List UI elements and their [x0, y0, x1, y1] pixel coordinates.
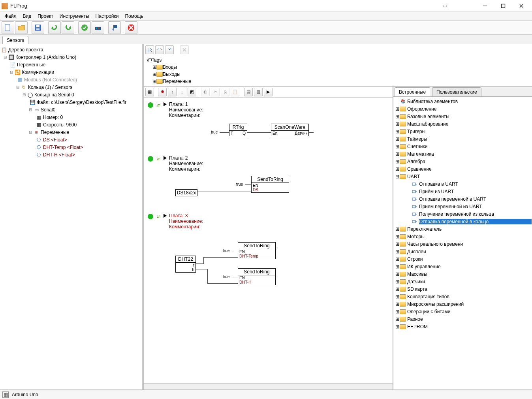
tree-toggle[interactable]: ⊞	[395, 136, 399, 142]
canvas-hscroll[interactable]	[144, 383, 393, 390]
tree-ring[interactable]: Кольцо на Serial 0	[34, 92, 74, 98]
tree-toggle[interactable]: ⊟	[395, 174, 399, 179]
tree-toggle[interactable]: ⊞	[152, 72, 156, 77]
tree-comm[interactable]: Коммуникации	[22, 70, 54, 75]
tree-var-dht-temp[interactable]: DHT-Temp <Float>	[43, 145, 83, 150]
tree-toggle[interactable]: ⊟	[28, 107, 33, 112]
tree-toggle[interactable]: ⊞	[395, 151, 399, 157]
tree-toggle[interactable]: ⊞	[395, 294, 399, 299]
tree-toggle[interactable]: ⊞	[395, 166, 399, 172]
canvas-cut-button[interactable]: ✂	[211, 88, 220, 96]
tags-inputs[interactable]: Входы	[163, 64, 177, 70]
lib-root[interactable]: 📚Библиотека элементов	[394, 98, 532, 105]
lib-category[interactable]: ⊞Микросхемы расширений	[394, 300, 532, 308]
compile-button[interactable]	[92, 21, 104, 34]
sendtoring-block[interactable]: SendToRing ENDHT-Temp	[238, 242, 276, 259]
tree-toggle[interactable]: ⊞	[395, 301, 399, 307]
lib-item[interactable]: Получение переменной из кольца	[394, 210, 532, 218]
lib-category[interactable]: ⊞Моторы	[394, 233, 532, 240]
tree-toggle[interactable]: ⊞	[395, 226, 399, 232]
lib-category[interactable]: ⊞Масштабирование	[394, 120, 532, 128]
stop-button[interactable]	[125, 21, 137, 34]
tree-toggle[interactable]: ⊞	[395, 129, 399, 134]
menu-help[interactable]: Помощь	[122, 13, 146, 20]
lib-category[interactable]: ⊞Сравнение	[394, 165, 532, 173]
maximize-button[interactable]	[494, 0, 512, 12]
dht22-block[interactable]: DHT22 th	[175, 256, 196, 273]
menu-project[interactable]: Проект	[34, 13, 56, 20]
tree-toggle[interactable]: ⊟	[21, 92, 27, 97]
tree-toggle[interactable]: ⊟	[2, 55, 8, 59]
tree-toggle[interactable]: ⊞	[395, 309, 399, 314]
tree-toggle[interactable]: ⊞	[395, 271, 399, 277]
tree-vars[interactable]: Переменные	[17, 62, 45, 68]
lib-category[interactable]: ⊞Часы реального времени	[394, 240, 532, 248]
tags-btn-1[interactable]	[145, 45, 154, 54]
lib-category[interactable]: ⊞EEPROM	[394, 323, 532, 330]
canvas-down-button[interactable]: ↓	[178, 88, 186, 96]
tree-toggle[interactable]: ⊞	[395, 324, 399, 329]
lib-category[interactable]: ⊞Датчики	[394, 278, 532, 285]
lib-category[interactable]: ⊞Алгебра	[394, 158, 532, 165]
ds18x2x-block[interactable]: DS18x2x	[175, 189, 197, 196]
tree-toggle[interactable]: ⊞	[152, 79, 156, 84]
tree-toggle[interactable]: ⊞	[395, 316, 399, 322]
canvas-btn-2[interactable]: ✸	[158, 88, 167, 96]
canvas-paste-button[interactable]: 📋	[231, 88, 239, 96]
sendtoring-block[interactable]: SendToRing ENDHT-H	[238, 268, 276, 285]
tree-toggle[interactable]: ⊞	[395, 256, 399, 262]
upload-button[interactable]	[108, 21, 121, 34]
canvas-copy-button[interactable]: ⎘	[221, 88, 229, 96]
tree-toggle[interactable]: ⊞	[395, 234, 399, 239]
lib-category[interactable]: ⊞Разное	[394, 315, 532, 323]
save-button[interactable]	[32, 21, 44, 34]
tab-sensors[interactable]: Sensors	[2, 36, 28, 44]
tags-root[interactable]: Tags	[152, 57, 162, 63]
tags-btn-2[interactable]	[155, 45, 164, 54]
tree-speed[interactable]: Скорость: 9600	[43, 122, 77, 128]
tree-file[interactable]: Файл: c:\Users\Sergey\Desktop\TestFile.f…	[37, 100, 126, 105]
lib-category[interactable]: ⊞Переключатель	[394, 225, 532, 233]
tree-toggle[interactable]: ⊞	[152, 64, 156, 70]
lib-category[interactable]: ⊞Тригеры	[394, 128, 532, 135]
tree-var-ds[interactable]: DS <Float>	[43, 137, 67, 143]
tree-toggle[interactable]: ⊟	[15, 85, 21, 89]
lib-item[interactable]: Приём из UART	[394, 188, 532, 195]
tree-toggle[interactable]: ⊞	[395, 264, 399, 269]
tree-toggle[interactable]: ⊟	[9, 70, 14, 74]
menu-settings[interactable]: Настройки	[92, 13, 122, 20]
lib-category[interactable]: ⊞ИК управление	[394, 263, 532, 270]
lib-category-uart[interactable]: ⊟UART	[394, 173, 532, 180]
tree-modbus[interactable]: Modbus (Not Connected)	[24, 77, 77, 83]
tree-toggle[interactable]: ⊞	[395, 249, 399, 254]
tree-number[interactable]: Номер: 0	[43, 115, 63, 120]
canvas-up-button[interactable]: ↑	[168, 88, 177, 96]
lib-item[interactable]: Отправка в UART	[394, 180, 532, 188]
canvas-btn-1[interactable]: ▦	[145, 88, 154, 96]
tree-toggle[interactable]: ⊞	[395, 279, 399, 284]
lib-category[interactable]: ⊞Операции с битами	[394, 308, 532, 315]
tree-toggle[interactable]: ⊞	[395, 106, 399, 112]
tags-vars[interactable]: Переменные	[163, 79, 191, 84]
tree-toggle[interactable]: ⊟	[28, 130, 33, 134]
sendtoring-block[interactable]: SendToRing ENDS	[251, 176, 289, 193]
lib-category[interactable]: ⊞SD карта	[394, 285, 532, 293]
lib-category[interactable]: ⊞Конвертация типов	[394, 293, 532, 300]
tags-btn-3[interactable]	[165, 45, 174, 54]
tree-controller[interactable]: Контроллер 1 (Arduino Uno)	[15, 55, 76, 60]
tags-outputs[interactable]: Выходы	[163, 72, 180, 77]
lib-item[interactable]: Прием переменной из UART	[394, 203, 532, 210]
tree-root[interactable]: Дерево проекта	[8, 47, 43, 53]
tree-varsnode[interactable]: Переменные	[41, 130, 69, 135]
lib-item[interactable]: Отправка переменной в кольцо	[394, 218, 532, 225]
tab-builtin[interactable]: Встроенные	[395, 87, 430, 96]
tree-toggle[interactable]: ⊞	[395, 241, 399, 247]
lib-category[interactable]: ⊞Массивы	[394, 270, 532, 278]
rtrig-block[interactable]: RTrig TQ	[229, 124, 247, 136]
lib-category[interactable]: ⊞Математика	[394, 150, 532, 158]
tags-delete-button[interactable]	[180, 45, 189, 54]
fbd-canvas[interactable]: ⇵ Плата: 1 Наименование: Комментарии:	[144, 98, 393, 383]
lib-category[interactable]: ⊞Оформление	[394, 105, 532, 113]
tree-toggle[interactable]: ⊞	[395, 159, 399, 164]
scanoneware-block[interactable]: ScanOneWare EnДатчик	[271, 124, 309, 136]
